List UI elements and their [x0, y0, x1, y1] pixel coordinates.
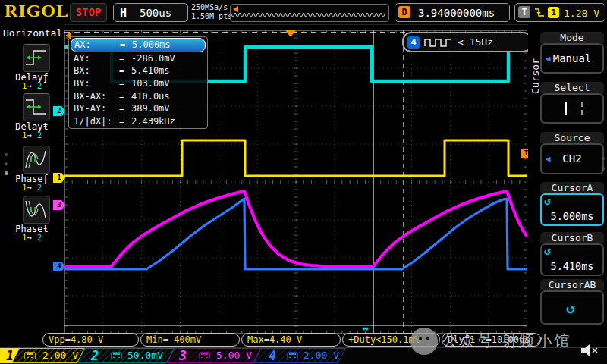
inv-dx-label: 1/|dX|: [74, 116, 119, 127]
acquisition-info: 250MSa/s 1.50M pts [191, 3, 232, 21]
ax-value: 5.000ms [132, 39, 202, 50]
freq-source-badge: 4 [407, 36, 420, 49]
readout-row-ay: AY:=-286.0mV [71, 52, 206, 65]
channel1-number: 1 [6, 348, 14, 364]
dst-ch: 2 [37, 130, 42, 140]
trigger-source-badge: 1 [548, 7, 559, 18]
page-dot [5, 162, 8, 165]
cursor-b-line-icon [581, 102, 583, 115]
eq: = [119, 91, 131, 102]
right-menu-title: Cursor [530, 33, 541, 94]
trigger-box: T 1 1.28 V [514, 3, 605, 22]
cursor-a-softkey[interactable]: ↺ 5.000ms [540, 193, 604, 226]
frequency-counter: 4 < 15Hz [402, 32, 533, 52]
menu-item-delay-falling[interactable] [23, 93, 50, 121]
menu-sub-phase-rising: 1→ 2 [0, 183, 64, 193]
trigger-label: T [518, 6, 530, 18]
select-softkey[interactable] [540, 93, 604, 124]
cursor-a-label: CursorA [540, 182, 604, 193]
page-dot [5, 153, 8, 156]
select-label: Select [540, 82, 604, 93]
delay-rising-edge-icon [24, 45, 48, 70]
dst-ch: 2 [37, 81, 42, 91]
speaker-muted-icon [579, 343, 600, 358]
thumbnail-position-arrow-icon [233, 6, 238, 12]
delay-falling-edge-icon [24, 94, 48, 119]
eq: = [119, 116, 131, 127]
eq: = [119, 78, 131, 89]
trigger-offscreen-arrow-icon [65, 32, 71, 39]
knob-icon: ↺ [566, 299, 575, 317]
waveform-thumbnail [230, 4, 389, 22]
knob-icon: ↺ [544, 244, 551, 258]
source-value: CH2 [542, 152, 602, 165]
watermark-text: 公众号 射频小馆 [442, 331, 571, 351]
eq: = [120, 39, 132, 50]
channel3-number: 3 [179, 348, 187, 364]
mode-label: Mode [540, 32, 604, 43]
source-softkey[interactable]: ◀ CH2 [540, 143, 604, 174]
menu-item-delay-rising[interactable] [23, 44, 50, 72]
readout-row-freq: 1/|dX|:=2.439kHz [71, 115, 206, 127]
horizontal-label: H [120, 6, 127, 20]
ay-value: -286.0mV [131, 53, 203, 64]
cursor-a-value: 5.000ms [542, 210, 602, 222]
cursor-b-softkey[interactable]: ↺ 5.410ms [540, 243, 604, 276]
byay-label: BY-AY: [74, 103, 119, 114]
channel2-coupling-icon [111, 352, 122, 359]
cursor-drag-icon[interactable]: ↔ [363, 322, 369, 334]
bxax-label: BX-AX: [74, 91, 119, 102]
mode-value: Manual [542, 52, 602, 64]
cursor-menu: Cursor Mode ◀ Manual Select Source ◀ CH2… [528, 24, 607, 347]
readout-row-ax: AX:=5.000ms [71, 38, 206, 52]
measurement-max: Max=4.40 V [241, 333, 341, 347]
channel4-scale: 2.00 V [304, 348, 339, 364]
mode-softkey[interactable]: ◀ Manual [540, 43, 604, 74]
falling-edge-icon [534, 7, 546, 18]
byay-value: 389.0mV [131, 103, 203, 114]
arrow: → [27, 183, 32, 193]
menu-sub-delay-falling: 1→ 2 [0, 130, 64, 140]
cursor-ab-softkey[interactable]: ↺ [540, 290, 604, 325]
bxax-value: 410.0us [131, 91, 203, 102]
arrow: → [27, 81, 32, 91]
wechat-icon [410, 328, 438, 355]
phase-rising-edge-icon [24, 146, 48, 171]
menu-sub-phase-falling: 1→ 2 [0, 233, 64, 243]
channel4-number: 4 [269, 348, 276, 364]
arrow: → [27, 233, 32, 243]
source-label: Source [540, 132, 604, 143]
timebase-value: 500us [140, 7, 171, 19]
channel2-scale: 50.0mV [127, 348, 163, 364]
channel3-coupling-icon [199, 352, 210, 359]
freq-counter-value: < 15Hz [458, 36, 493, 48]
horizontal-menu: Horizontal Delayƒ 1→ 2 Delayŧ 1→ 2 [0, 24, 64, 347]
measurement-min: Min=-400mV [140, 333, 240, 347]
menu-item-phase-rising[interactable] [23, 146, 50, 174]
measurement-vpp: Vpp=4.80 V [42, 333, 139, 347]
menu-sub-delay-rising: 1→ 2 [0, 81, 64, 91]
channel1-scale: 2.00 V [42, 348, 78, 364]
channel4-coupling-icon [287, 352, 298, 359]
cursor-ab-label: CursorAB [540, 279, 604, 290]
delay-value: 3.94000000ms [418, 7, 495, 19]
bx-value: 5.410ms [131, 65, 203, 76]
arrow: → [27, 130, 32, 140]
top-status-bar: RIGOL STOP H 500us 250MSa/s 1.50M pts D … [0, 0, 607, 25]
trigger-position-icon[interactable] [285, 30, 296, 37]
by-label: BY: [74, 78, 119, 89]
delay-box: D 3.94000000ms [395, 3, 510, 22]
eq: = [119, 103, 131, 114]
horizontal-timebase-box: H 500us [113, 3, 188, 22]
trigger-level-value: 1.28 V [564, 8, 599, 19]
readout-row-byay: BY-AY:=389.0mV [71, 102, 206, 115]
run-state-indicator: STOP [70, 3, 107, 22]
readout-row-by: BY:=103.0mV [71, 77, 206, 90]
menu-item-phase-falling[interactable] [23, 196, 50, 224]
trace-ch1 [64, 140, 527, 176]
by-value: 103.0mV [131, 78, 203, 89]
bx-label: BX: [74, 65, 119, 76]
phase-falling-edge-icon [24, 196, 48, 221]
memory-depth: 1.50M pts [191, 12, 232, 21]
cursor-b-value: 5.410ms [542, 260, 602, 272]
